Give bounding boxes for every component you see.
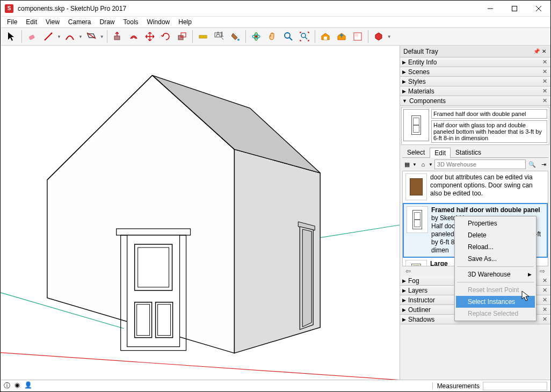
svg-line-22 [289,38,292,40]
cursor-icon [521,291,531,302]
close-icon[interactable]: ✕ [541,59,548,66]
close-icon[interactable]: ✕ [541,316,548,323]
component-thumb [407,206,428,233]
zoom-extents-tool[interactable] [297,29,312,44]
menu-tools[interactable]: Tools [119,17,143,27]
menu-bar: File Edit View Camera Draw Tools Window … [1,17,550,27]
menu-draw[interactable]: Draw [96,17,119,27]
more-icon[interactable]: ⇥ [539,159,548,169]
menu-camera[interactable]: Camera [64,17,96,27]
svg-rect-6 [114,36,120,40]
menu-file[interactable]: File [3,17,21,27]
component-desc-field[interactable]: Half door with glass top and double pane… [431,120,547,143]
close-icon[interactable]: ✕ [541,88,548,95]
text-tool[interactable]: A1 [212,29,227,44]
ctx-warehouse[interactable]: 3D Warehouse▶ [456,268,535,280]
close-icon[interactable]: ✕ [541,287,548,294]
context-menu: Properties Delete Reload... Save As... 3… [454,216,536,321]
panel-scenes[interactable]: ▶Scenes✕ [400,67,550,77]
svg-rect-25 [324,37,327,40]
user-icon[interactable]: ◉ [15,381,20,390]
default-tray: Default Tray 📌 ✕ ▶Entity Info✕ ▶Scenes✕ … [400,46,550,380]
svg-rect-27 [355,34,358,37]
pin-icon[interactable]: 📌 [532,48,541,54]
tape-tool[interactable] [195,29,211,44]
component-thumb [405,173,427,200]
select-tool[interactable] [4,29,19,44]
svg-line-24 [305,37,307,39]
warehouse-share-tool[interactable] [334,29,349,44]
panel-components[interactable]: ▼Components✕ [400,96,550,106]
move-tool[interactable] [142,29,157,44]
help-icon[interactable]: ⓘ [4,381,10,390]
minimize-button[interactable] [478,1,502,17]
menu-edit[interactable]: Edit [21,17,41,27]
rect-tool[interactable] [84,29,99,44]
line-tool[interactable] [41,29,56,44]
close-icon[interactable]: ✕ [541,277,548,284]
close-icon[interactable]: ✕ [541,97,548,104]
menu-help[interactable]: Help [174,17,196,27]
ctx-reload[interactable]: Reload... [456,241,535,253]
orbit-tool[interactable] [249,29,264,44]
maximize-button[interactable] [502,1,526,17]
component-subtoolbar: ▦▼ ⌂▼ 🔍 ⇥ [402,159,548,169]
warehouse-tool[interactable] [318,29,333,44]
close-icon[interactable]: ✕ [541,296,548,303]
svg-point-20 [255,35,257,38]
eraser-tool[interactable] [25,29,40,44]
component-thumb [405,260,427,266]
home-button[interactable]: ⌂ [418,159,428,169]
next-icon[interactable]: ⇨ [538,267,547,275]
close-icon[interactable]: ✕ [541,306,548,313]
app-icon: S [5,4,13,13]
svg-point-17 [237,39,240,41]
window-title: components.skp - SketchUp Pro 2017 [18,5,478,12]
title-bar: S components.skp - SketchUp Pro 2017 [1,1,550,17]
status-bar: ⓘ ◉ 👤 Measurements [1,380,550,391]
pan-tool[interactable] [265,29,280,44]
arc-tool[interactable] [62,29,77,44]
close-button[interactable] [526,1,550,17]
ctx-replace-selected: Replace Selected [456,308,535,320]
component-name-field[interactable] [431,109,547,119]
search-icon[interactable]: 🔍 [527,159,537,169]
close-icon[interactable]: ✕ [541,68,548,75]
panel-materials[interactable]: ▶Materials✕ [400,86,550,96]
list-item[interactable]: door but attributes can be edited via co… [403,171,548,203]
measurements-field[interactable] [483,382,547,390]
ctx-properties[interactable]: Properties [456,217,535,229]
viewport[interactable] [1,46,400,380]
svg-point-21 [285,33,290,38]
main-area: Default Tray 📌 ✕ ▶Entity Info✕ ▶Scenes✕ … [1,46,550,380]
zoom-tool[interactable] [281,29,296,44]
tray-title-bar[interactable]: Default Tray 📌 ✕ [400,46,550,57]
svg-rect-1 [512,6,517,11]
tab-statistics[interactable]: Statistics [451,147,486,157]
profile-icon[interactable]: 👤 [24,381,32,390]
tab-select[interactable]: Select [402,147,430,157]
thumbnail-view-button[interactable]: ▦ [402,159,412,169]
ctx-saveas[interactable]: Save As... [456,253,535,265]
prev-icon[interactable]: ⇦ [403,267,413,275]
panel-entity-info[interactable]: ▶Entity Info✕ [400,57,550,67]
tray-title-text: Default Tray [403,48,532,55]
offset-tool[interactable] [126,29,141,44]
tab-edit[interactable]: Edit [430,148,451,158]
tray-close-icon[interactable]: ✕ [541,48,547,54]
scale-tool[interactable] [175,29,190,44]
ctx-delete[interactable]: Delete [456,229,535,241]
extensions-tool[interactable] [371,29,386,44]
close-icon[interactable]: ✕ [541,78,548,85]
menu-window[interactable]: Window [143,17,175,27]
menu-view[interactable]: View [41,17,64,27]
pushpull-tool[interactable] [110,29,125,44]
panel-styles[interactable]: ▶Styles✕ [400,77,550,86]
layout-tool[interactable] [350,29,365,44]
rotate-tool[interactable] [158,29,173,44]
window-controls [478,1,550,17]
paint-tool[interactable] [228,29,243,44]
chevron-right-icon: ▶ [528,272,532,277]
search-input[interactable] [434,159,526,169]
svg-rect-4 [28,34,35,40]
